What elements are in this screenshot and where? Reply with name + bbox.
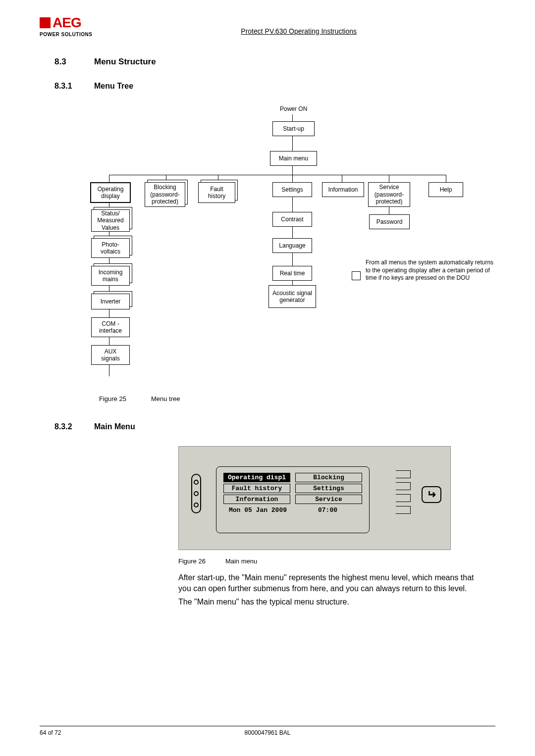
menu-service[interactable]: Service [295,495,362,504]
logo-text: AEG [53,15,81,31]
figure-26-caption: Main menu [225,557,257,565]
softkey[interactable] [396,494,411,502]
tree-note: From all menus the system automatically … [366,259,494,282]
subsection-number-2: 8.3.2 [54,422,79,431]
tree-startup: Start-up [272,121,315,136]
logo-mark [40,17,51,28]
tree-service: Service (password-protected) [368,182,410,207]
tree-svc-password: Password [369,214,410,229]
menu-fault-history[interactable]: Fault history [223,484,290,493]
tree-main-menu: Main menu [270,151,317,166]
lcd-time: 07:00 [295,506,360,514]
figure-25-caption: Menu tree [151,395,180,403]
page-footer: 64 of 72 8000047961 BAL [40,726,495,736]
tree-set-language: Language [272,238,312,253]
section-number: 8.3 [54,57,79,67]
note-marker [352,271,361,280]
tree-settings: Settings [272,182,312,197]
status-leds [191,474,201,513]
tree-op-inverter: Inverter [91,294,130,309]
led-icon [194,503,199,507]
paragraph-1: After start-up, the "Main menu" represen… [178,572,485,594]
tree-op-com: COM - interface [91,317,130,337]
led-icon [194,491,199,496]
subsection-number: 8.3.1 [54,82,79,91]
tree-information: Information [322,182,364,197]
softkey[interactable] [396,470,411,478]
led-icon [194,480,199,485]
menu-tree-diagram: Power ON Start-up Main menu Operating di… [89,105,495,388]
menu-settings[interactable]: Settings [295,484,362,493]
tree-op-status: Status/ Measured Values [91,209,130,232]
lcd-panel: Operating displ Blocking Fault history S… [178,446,451,550]
softkey[interactable] [396,482,411,490]
figure-26-label: Figure 26 [178,557,206,565]
logo-subtext: POWER SOLUTIONS [40,32,92,37]
softkey-tabs [396,470,411,514]
menu-blocking[interactable]: Blocking [295,473,362,482]
enter-icon: ↵ [427,488,436,501]
tree-fault: Fault history [198,182,235,203]
tree-set-realtime: Real time [272,266,312,281]
footer-docnum: 8000047961 BAL [190,729,345,736]
tree-op-mains: Incoming mains [91,266,130,286]
subsection-title-2: Main Menu [94,422,135,431]
figure-25-label: Figure 25 [99,395,126,403]
tree-set-acoustic: Acoustic signal generator [268,285,316,308]
footer-page: 64 of 72 [40,729,190,736]
tree-blocking: Blocking (password-protected) [145,182,185,207]
lcd-date: Mon 05 Jan 2009 [225,506,290,514]
softkey[interactable] [396,506,411,514]
lcd-screen: Operating displ Blocking Fault history S… [216,466,370,533]
doc-title: Protect PV.630 Operating Instructions [102,27,495,37]
section-title: Menu Structure [94,57,156,67]
brand-logo: AEG POWER SOLUTIONS [40,15,92,37]
tree-help: Help [428,182,463,197]
tree-operating: Operating display [90,182,131,203]
tree-op-aux: AUX signals [91,345,130,365]
enter-button[interactable]: ↵ [422,486,441,503]
tree-op-photo: Photo-voltaics [91,238,130,258]
paragraph-2: The "Main menu" has the typical menu str… [178,597,485,607]
menu-operating-displ[interactable]: Operating displ [223,473,290,482]
menu-information[interactable]: Information [223,495,290,504]
subsection-title: Menu Tree [94,82,133,91]
tree-power-on: Power ON [280,105,307,112]
tree-set-contrast: Contrast [272,212,312,227]
